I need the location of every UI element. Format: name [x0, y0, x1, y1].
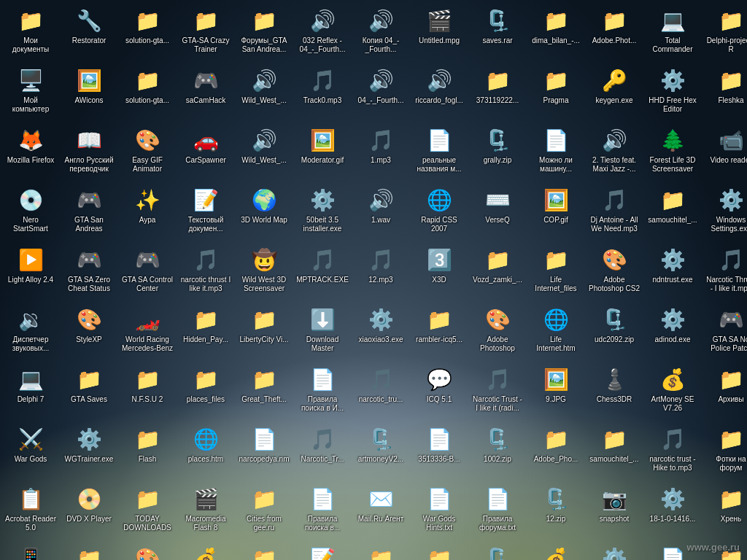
icon-1-mp3[interactable]: 🎵1.mp3: [353, 122, 409, 181]
icon-macromedia-flash[interactable]: 🎬Macromedia Flash 8: [178, 481, 233, 540]
icon-icq51[interactable]: 💬ICQ 5.1: [411, 362, 467, 420]
icon-nero-startsmart[interactable]: 💿Nero StartSmart: [3, 182, 58, 241]
icon-ndntrust-exe[interactable]: ⚙️ndntrust.exe: [645, 242, 700, 300]
icon-flash[interactable]: 📁Flash: [120, 421, 175, 480]
icon-mozilla-firefox[interactable]: 🦊Mozilla Firefox: [3, 122, 58, 181]
icon-life-internet-files[interactable]: 📁Life Internet_files: [528, 242, 584, 300]
icon-untitled-mpg[interactable]: 🎬Untitled.mpg: [411, 3, 467, 61]
icon-narcotic-thrust2[interactable]: 🎵Narcotic Thrust - I like it.mp3: [703, 242, 747, 300]
icon-my-documents[interactable]: 📁Мои документы: [3, 3, 58, 61]
icon-track0-mp3[interactable]: 🎵Track0.mp3: [295, 63, 350, 121]
icon-pragma[interactable]: 📁Pragma: [528, 63, 584, 121]
icon-solution-gta1[interactable]: 📁solution-gta...: [120, 3, 175, 61]
icon-vozd-zamki[interactable]: 📁Vozd_zamki_...: [470, 242, 525, 300]
icon-stylexp[interactable]: 🎨StyleXP: [61, 302, 117, 360]
icon-fleshka[interactable]: 📁Fleshka: [703, 63, 747, 121]
icon-xiaoxiao3[interactable]: ⚙️xiaoxiao3.exe: [353, 302, 409, 360]
icon-373119222[interactable]: 📁373119222...: [470, 63, 525, 121]
icon-1-wav[interactable]: 🔊1.wav: [353, 182, 409, 241]
icon-rambler-icq[interactable]: 📁rambler-icq5...: [411, 302, 467, 360]
icon-dj-antoine[interactable]: 🎵Dj Antoine - All We Need.mp3: [587, 182, 642, 241]
icon-pravila-poiska[interactable]: 📄Правила поиска в И...: [295, 362, 350, 420]
icon-today-downloads[interactable]: 📁TODAY DOWNLOADS: [120, 481, 175, 540]
icon-anglo-russian[interactable]: 📖Англо Русский переводчик: [61, 122, 117, 181]
icon-awicons[interactable]: 🖼️AWicons: [61, 63, 117, 121]
icon-mozhno-li[interactable]: 📄Можно ли машину...: [528, 122, 584, 181]
icon-snapshot[interactable]: 📷snapshot: [587, 481, 642, 540]
icon-realnye[interactable]: 📄реальные названия м...: [411, 122, 467, 181]
icon-sacamhack[interactable]: 🎮saCamHack: [178, 63, 233, 121]
icon-2-tiesto[interactable]: 🔊2. Tiesto feat. Maxi Jazz -...: [587, 122, 642, 181]
icon-12-zip[interactable]: 🗜️12.zip: [528, 481, 584, 540]
icon-download-master[interactable]: ⬇️Download Master: [295, 302, 350, 360]
icon-dvd-x-player[interactable]: 📀DVD X Player: [61, 481, 117, 540]
icon-gta-sa-zero[interactable]: 🎮GTA SA Zero Cheat Status: [61, 242, 117, 300]
icon-total-commander[interactable]: 💻Total Commander: [645, 3, 700, 61]
icon-fotki-na-forum[interactable]: 📁Фотки на форум: [703, 421, 747, 480]
icon-12-mp3[interactable]: 🎵12.mp3: [353, 242, 409, 300]
icon-hhd-free-hex[interactable]: ⚙️HHD Free Hex Editor: [645, 63, 700, 121]
icon-forest-life-3d[interactable]: 🌲Forest Life 3D Screensaver: [645, 122, 700, 181]
icon-gta-sa-control[interactable]: 🎮GTA SA Control Center: [120, 242, 175, 300]
icon-wild-west-3d[interactable]: 🤠Wild West 3D Screensaver: [236, 242, 292, 300]
icon-samouchitel2[interactable]: 📁samouchitel_...: [587, 421, 642, 480]
icon-mail-ru-agent[interactable]: ✉️Mail.Ru Агент: [353, 481, 409, 540]
icon-x3d[interactable]: 3️⃣X3D: [411, 242, 467, 300]
icon-war-gods-hints[interactable]: 📄War Gods Hints.txt: [411, 481, 467, 540]
icon-50beit[interactable]: ⚙️50beit 3.5 installer.exe: [295, 182, 350, 241]
icon-cities-from-gee[interactable]: 📁Cities from gee.ru: [236, 481, 292, 540]
icon-light-alloy[interactable]: ▶️Light Alloy 2.4: [3, 242, 58, 300]
icon-carspawner[interactable]: 🚗CarSpawner: [178, 122, 233, 181]
icon-mptrack-exe[interactable]: 🎵MPTRACK.EXE: [295, 242, 350, 300]
icon-dispatcher[interactable]: 🔉Диспетчер звуковых...: [3, 302, 58, 360]
icon-solution-gta2[interactable]: 📁solution-gta...: [120, 63, 175, 121]
icon-udc2092-zip[interactable]: 🗜️udc2092.zip: [587, 302, 642, 360]
icon-pims[interactable]: 📱PIMS & File Manager: [3, 541, 58, 560]
icon-verseq[interactable]: ⌨️VerseQ: [470, 182, 525, 241]
icon-easy-gif[interactable]: 🎨Easy GIF Animator: [120, 122, 175, 181]
icon-gif-animator[interactable]: 🎨GIF Animator: [120, 541, 175, 560]
icon-war-gods[interactable]: ⚔️War Gods: [3, 421, 58, 480]
icon-text-doc[interactable]: 📝Текстовый докумен...: [178, 182, 233, 241]
icon-pravila-poiska2[interactable]: 📄Правила поиска в...: [295, 481, 350, 540]
icon-video-reader[interactable]: 📹Video reader: [703, 122, 747, 181]
icon-gta-saves[interactable]: 📁GTA Saves: [61, 362, 117, 420]
icon-keygen-exe[interactable]: 🔑keygen.exe: [587, 63, 642, 121]
icon-gta-sa-crazy[interactable]: 📁GTA-SA Crazy Trainer: [178, 3, 233, 61]
icon-narcopedya[interactable]: 📄narcopedya.nm: [236, 421, 292, 480]
icon-liberty-city[interactable]: 📁LibertyCity Vi...: [236, 302, 292, 360]
icon-nfsu2[interactable]: 📁N.F.S.U 2: [120, 362, 175, 420]
icon-wgtrainer[interactable]: ⚙️WGTrainer.exe: [61, 421, 117, 480]
icon-1002-zip[interactable]: 🗜️1002.zip: [470, 421, 525, 480]
icon-032-reflex[interactable]: 🔊032 Reflex - 04_-_Fourth...: [295, 3, 350, 61]
icon-narcotic-tr[interactable]: 🎵Narcotic_Tr...: [295, 421, 350, 480]
icon-adinod-exe[interactable]: ⚙️adinod.exe: [645, 302, 700, 360]
icon-places-files[interactable]: 📁places_files: [178, 362, 233, 420]
icon-kren[interactable]: 📁Хрень: [703, 481, 747, 540]
icon-delphi-projects[interactable]: 📁Delphi-projects R: [703, 3, 747, 61]
icon-cop-gif[interactable]: 🖼️COP.gif: [528, 182, 584, 241]
icon-artmoney-se[interactable]: 💰ArtMoney SE V7.26: [645, 362, 700, 420]
icon-saves-rar[interactable]: 🗜️saves.rar: [470, 3, 525, 61]
icon-tags[interactable]: 📁tags: [353, 541, 409, 560]
icon-adobe-pho[interactable]: 📁Adobe_Pho...: [528, 421, 584, 480]
icon-samouchitel1[interactable]: 📁samouchitel_...: [645, 182, 700, 241]
icon-grally-zip[interactable]: 🗜️grally.zip: [470, 122, 525, 181]
icon-text-doc2[interactable]: 📝Текстовый документ.txt: [295, 541, 350, 560]
icon-gta-san-andreas[interactable]: 🎮GTA San Andreas: [61, 182, 117, 241]
icon-gta-sa-no-police[interactable]: 🎮GTA SA No Police Patch: [703, 302, 747, 360]
icon-3d-world-map[interactable]: 🌍3D World Map: [236, 182, 292, 241]
icon-artmoney-se2[interactable]: 💰ArtMoney SE V7.23: [528, 541, 584, 560]
icon-windows-settings[interactable]: ⚙️Windows Settings.exe: [703, 182, 747, 241]
icon-18-1-0-1416b[interactable]: ⚙️18-1-0-1416...: [587, 541, 642, 560]
icon-wild-west2[interactable]: 🔊Wild_West_...: [236, 122, 292, 181]
icon-adobe-photoshop-cs2[interactable]: 🎨Adobe Photoshop CS2: [587, 242, 642, 300]
icon-my-site[interactable]: 📁MY SITE: [236, 541, 292, 560]
icon-04-fourth[interactable]: 🔊04_-_Fourth...: [353, 63, 409, 121]
icon-narcotic-trust-hike[interactable]: 🎵narcotic trust - Hike to.mp3: [645, 421, 700, 480]
icon-world-racing[interactable]: 🏎️World Racing Mercedes-Benz: [120, 302, 175, 360]
icon-3513336-b[interactable]: 📄3513336-B...: [411, 421, 467, 480]
icon-forums-gta[interactable]: 📁Форумы_GTA San Andrea...: [236, 3, 292, 61]
icon-moderator-gif[interactable]: 🖼️Moderator.gif: [295, 122, 350, 181]
icon-kopiya[interactable]: 🔊Копия 04_-_Fourth...: [353, 3, 409, 61]
